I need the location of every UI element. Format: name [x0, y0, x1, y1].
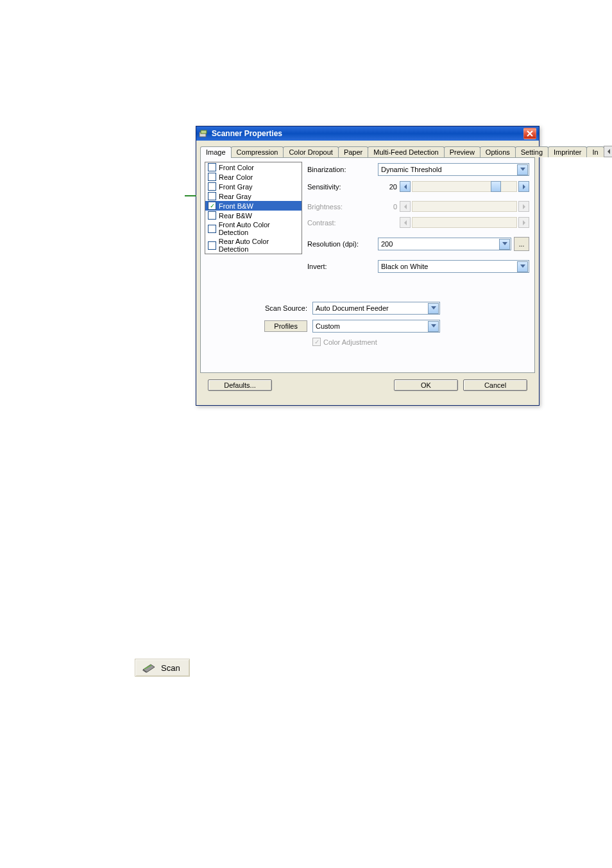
cancel-button[interactable]: Cancel: [463, 379, 527, 391]
label-rear-bw: Rear B&W: [219, 212, 252, 220]
checkbox-rear-gray[interactable]: [208, 192, 216, 200]
label-color-adjustment: Color Adjustment: [323, 338, 377, 346]
tab-paper[interactable]: Paper: [338, 146, 368, 157]
tab-image[interactable]: Image: [200, 146, 232, 158]
slider-contrast: [400, 217, 529, 228]
defaults-button[interactable]: Defaults...: [208, 379, 272, 391]
item-front-auto-color[interactable]: Front Auto Color Detection: [205, 220, 302, 237]
scan-button[interactable]: Scan: [135, 659, 190, 677]
row-color-adjustment: ✓ Color Adjustment: [312, 338, 529, 346]
tab-info-truncated[interactable]: In: [586, 146, 604, 157]
dialog-buttons: Defaults... OK Cancel: [200, 373, 535, 399]
label-sensitivity: Sensitivity:: [307, 183, 378, 191]
item-rear-color[interactable]: Rear Color: [205, 172, 302, 182]
item-rear-bw[interactable]: Rear B&W: [205, 211, 302, 220]
profiles-button-wrap: Profiles: [206, 320, 312, 332]
app-icon: [199, 129, 208, 138]
scan-source-value: Auto Document Feeder: [316, 304, 428, 312]
tab-compression[interactable]: Compression: [231, 146, 284, 157]
close-button[interactable]: [523, 128, 536, 139]
row-profiles: Profiles Custom: [206, 320, 529, 333]
label-binarization: Binarization:: [307, 166, 378, 173]
label-rear-color: Rear Color: [219, 173, 253, 181]
settings-grid: Binarization: Dynamic Threshold Sensitiv…: [307, 163, 529, 278]
brightness-decrement: [400, 201, 411, 212]
label-front-auto-color: Front Auto Color Detection: [219, 221, 299, 236]
scanner-properties-dialog: Scanner Properties Image Compression Col…: [196, 126, 540, 406]
chevron-down-icon[interactable]: [428, 303, 439, 314]
brightness-increment: [518, 201, 529, 212]
checkbox-rear-color[interactable]: [208, 173, 216, 181]
window-title: Scanner Properties: [212, 129, 523, 138]
row-binarization: Binarization: Dynamic Threshold: [307, 163, 529, 176]
svg-rect-1: [201, 130, 207, 134]
tab-page-image: Front Color Rear Color Front Gray Rear G…: [200, 158, 535, 373]
tab-color-dropout[interactable]: Color Dropout: [283, 146, 338, 157]
dropdown-profiles[interactable]: Custom: [312, 320, 440, 333]
invert-value: Black on White: [381, 263, 517, 270]
tab-setting[interactable]: Setting: [515, 146, 548, 157]
dropdown-invert[interactable]: Black on White: [378, 260, 529, 273]
checkbox-front-auto-color[interactable]: [208, 225, 216, 233]
item-rear-gray[interactable]: Rear Gray: [205, 191, 302, 201]
chevron-down-icon[interactable]: [428, 321, 439, 332]
tabstrip: Image Compression Color Dropout Paper Mu…: [200, 144, 535, 158]
row-invert: Invert: Black on White: [307, 260, 529, 273]
brightness-track: [412, 201, 517, 212]
ok-button[interactable]: OK: [394, 379, 458, 391]
label-front-gray: Front Gray: [219, 183, 253, 191]
label-contrast: Contrast:: [307, 219, 378, 227]
value-brightness: 0: [378, 203, 400, 211]
sensitivity-increment[interactable]: [518, 181, 529, 192]
dropdown-scan-source[interactable]: Auto Document Feeder: [312, 302, 440, 315]
slider-brightness: [400, 201, 529, 212]
sensitivity-decrement[interactable]: [400, 181, 411, 192]
profiles-value: Custom: [316, 322, 428, 330]
chevron-down-icon[interactable]: [517, 164, 528, 175]
tab-imprinter[interactable]: Imprinter: [548, 146, 587, 157]
dropdown-resolution[interactable]: 200: [378, 238, 511, 250]
contrast-increment: [518, 217, 529, 228]
label-brightness: Brightness:: [307, 203, 378, 211]
tab-multifeed[interactable]: Multi-Feed Detection: [368, 146, 445, 157]
item-front-gray[interactable]: Front Gray: [205, 182, 302, 191]
scan-icon: [142, 662, 156, 673]
tab-preview[interactable]: Preview: [444, 146, 480, 157]
chevron-down-icon[interactable]: [517, 261, 528, 272]
slider-sensitivity[interactable]: [400, 181, 529, 192]
scan-button-label: Scan: [161, 663, 180, 673]
tab-options[interactable]: Options: [480, 146, 516, 157]
chevron-down-icon[interactable]: [499, 239, 510, 250]
sensitivity-track[interactable]: [412, 181, 517, 192]
item-front-bw[interactable]: ✓ Front B&W: [205, 201, 302, 211]
dropdown-binarization[interactable]: Dynamic Threshold: [378, 163, 529, 176]
sensitivity-thumb[interactable]: [491, 181, 501, 192]
row-resolution: Resolution (dpi): 200 ...: [307, 237, 529, 251]
lower-section: Scan Source: Auto Document Feeder Profil…: [206, 302, 529, 346]
item-rear-auto-color[interactable]: Rear Auto Color Detection: [205, 237, 302, 254]
binarization-value: Dynamic Threshold: [381, 166, 517, 173]
resolution-more-button[interactable]: ...: [514, 237, 529, 251]
checkbox-rear-bw[interactable]: [208, 211, 216, 220]
label-scan-source: Scan Source:: [206, 304, 312, 312]
image-type-list[interactable]: Front Color Rear Color Front Gray Rear G…: [205, 162, 302, 254]
tab-scroll: [604, 146, 612, 157]
row-brightness: Brightness: 0: [307, 201, 529, 212]
profiles-button[interactable]: Profiles: [264, 320, 307, 332]
value-sensitivity: 20: [378, 183, 400, 191]
item-front-color[interactable]: Front Color: [205, 162, 302, 172]
edge-mark: [185, 195, 196, 196]
row-scan-source: Scan Source: Auto Document Feeder: [206, 302, 529, 315]
checkbox-front-bw[interactable]: ✓: [208, 202, 216, 210]
checkbox-front-color[interactable]: [208, 163, 216, 171]
checkbox-front-gray[interactable]: [208, 182, 216, 191]
row-sensitivity: Sensitivity: 20: [307, 181, 529, 192]
label-resolution: Resolution (dpi):: [307, 240, 378, 248]
tab-scroll-left[interactable]: [604, 146, 612, 157]
checkbox-rear-auto-color[interactable]: [208, 241, 216, 250]
contrast-decrement: [400, 217, 411, 228]
titlebar[interactable]: Scanner Properties: [196, 126, 539, 141]
resolution-value: 200: [381, 240, 499, 248]
row-contrast: Contrast:: [307, 217, 529, 228]
contrast-track: [412, 217, 517, 228]
